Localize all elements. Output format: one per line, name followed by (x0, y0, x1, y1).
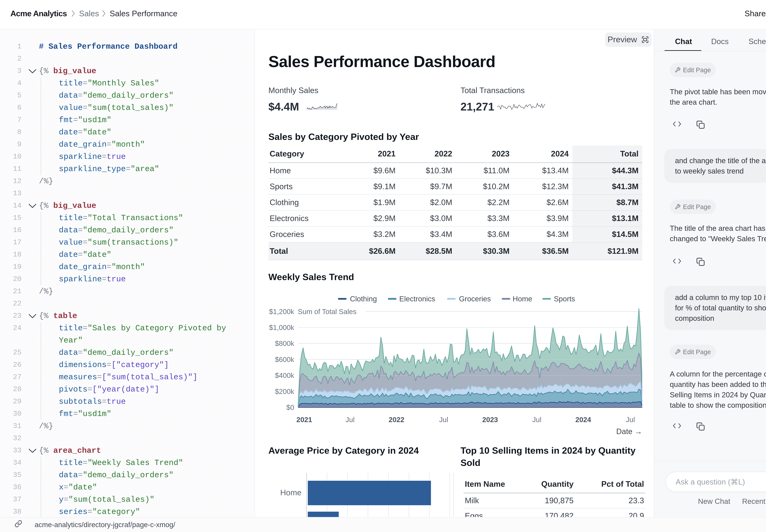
svg-text:Date →: Date → (616, 427, 642, 436)
svg-text:Jul: Jul (532, 416, 541, 424)
svg-text:Sports: Sports (554, 295, 575, 303)
svg-text:Home: Home (512, 295, 532, 303)
svg-text:$200k: $200k (275, 388, 294, 395)
svg-text:Groceries: Groceries (459, 295, 491, 303)
svg-text:Sum of Total Sales: Sum of Total Sales (298, 308, 357, 316)
svg-text:$600k: $600k (275, 356, 294, 363)
svg-text:2023: 2023 (482, 416, 498, 424)
svg-text:$1,200k: $1,200k (269, 308, 294, 316)
svg-text:$400k: $400k (275, 371, 294, 379)
svg-text:$800k: $800k (275, 339, 294, 347)
svg-text:Clothing: Clothing (350, 295, 377, 303)
svg-text:2024: 2024 (576, 416, 591, 424)
svg-text:Jul: Jul (439, 416, 448, 424)
svg-text:2021: 2021 (297, 416, 312, 424)
svg-text:Jul: Jul (346, 416, 355, 424)
svg-text:$1,000k: $1,000k (269, 324, 294, 332)
svg-text:Electronics: Electronics (399, 295, 435, 303)
svg-text:Jul: Jul (626, 416, 635, 424)
svg-text:2022: 2022 (389, 416, 404, 424)
svg-text:$0: $0 (286, 403, 294, 411)
